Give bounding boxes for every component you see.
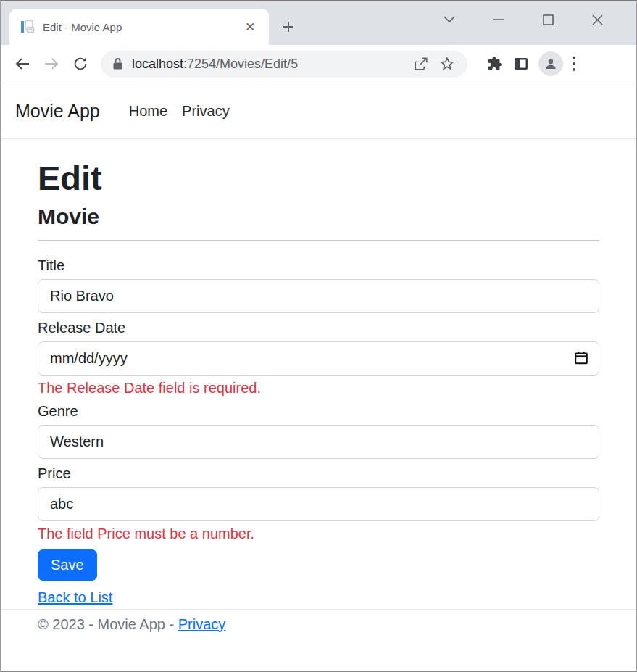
main-content: Edit Movie Title Release Date [1, 139, 636, 609]
footer-privacy-link[interactable]: Privacy [178, 616, 226, 632]
price-input[interactable] [38, 487, 599, 521]
nav-link-privacy[interactable]: Privacy [175, 97, 237, 125]
forward-icon[interactable] [37, 49, 66, 78]
bookmark-star-icon[interactable] [434, 51, 460, 77]
chevron-down-icon[interactable] [425, 5, 474, 34]
title-input[interactable] [38, 279, 599, 313]
tab-strip: Edit - Movie App ✕ [1, 1, 636, 45]
form-group-genre: Genre [38, 403, 599, 459]
kebab-menu-icon[interactable] [572, 56, 576, 72]
genre-label: Genre [38, 403, 599, 420]
maximize-button[interactable] [523, 5, 573, 34]
web-page: Movie App Home Privacy Edit Movie Title … [1, 83, 636, 671]
title-label: Title [38, 257, 599, 274]
form-group-price: Price The field Price must be a number. [38, 465, 599, 542]
genre-input[interactable] [38, 425, 599, 459]
site-navbar: Movie App Home Privacy [1, 83, 636, 139]
reload-icon[interactable] [66, 49, 95, 78]
divider [38, 240, 599, 241]
side-panel-icon[interactable] [512, 55, 530, 72]
form-group-title: Title [38, 257, 599, 313]
url-text[interactable]: localhost:7254/Movies/Edit/5 [132, 57, 408, 72]
favicon-icon [20, 19, 36, 35]
footer-text: © 2023 - Movie App - [38, 616, 178, 632]
extensions-icon[interactable] [486, 55, 504, 72]
toolbar-right-icons [478, 51, 576, 76]
minimize-button[interactable] [474, 5, 523, 34]
address-bar[interactable]: localhost:7254/Movies/Edit/5 [101, 51, 467, 78]
share-icon[interactable] [408, 51, 434, 77]
back-to-list-link[interactable]: Back to List [38, 589, 112, 606]
price-label: Price [38, 465, 599, 482]
lock-icon[interactable] [112, 57, 123, 70]
tab-title: Edit - Movie App [43, 21, 241, 33]
url-host: localhost [132, 57, 183, 71]
navbar-brand[interactable]: Movie App [15, 101, 100, 122]
page-title: Edit [38, 158, 599, 199]
profile-avatar[interactable] [538, 51, 563, 76]
new-tab-button[interactable] [278, 16, 299, 38]
browser-tab[interactable]: Edit - Movie App ✕ [9, 9, 269, 45]
browser-window: Edit - Movie App ✕ [0, 0, 637, 672]
tab-close-icon[interactable]: ✕ [241, 18, 259, 36]
back-icon[interactable] [8, 49, 37, 78]
release-date-input[interactable] [38, 341, 599, 376]
site-footer: © 2023 - Movie App - Privacy [1, 609, 636, 671]
nav-link-home[interactable]: Home [122, 97, 175, 125]
save-button[interactable]: Save [38, 549, 97, 581]
release-date-error: The Release Date field is required. [38, 380, 599, 397]
release-date-label: Release Date [38, 320, 599, 336]
form-group-release-date: Release Date The Release Date field is r… [38, 320, 599, 397]
calendar-icon[interactable] [573, 350, 589, 366]
browser-toolbar: localhost:7254/Movies/Edit/5 [1, 45, 636, 83]
window-controls [425, 1, 636, 45]
page-subtitle: Movie [38, 204, 599, 229]
price-error: The field Price must be a number. [38, 526, 599, 542]
url-path: :7254/Movies/Edit/5 [183, 57, 298, 71]
close-window-button[interactable] [573, 5, 622, 34]
